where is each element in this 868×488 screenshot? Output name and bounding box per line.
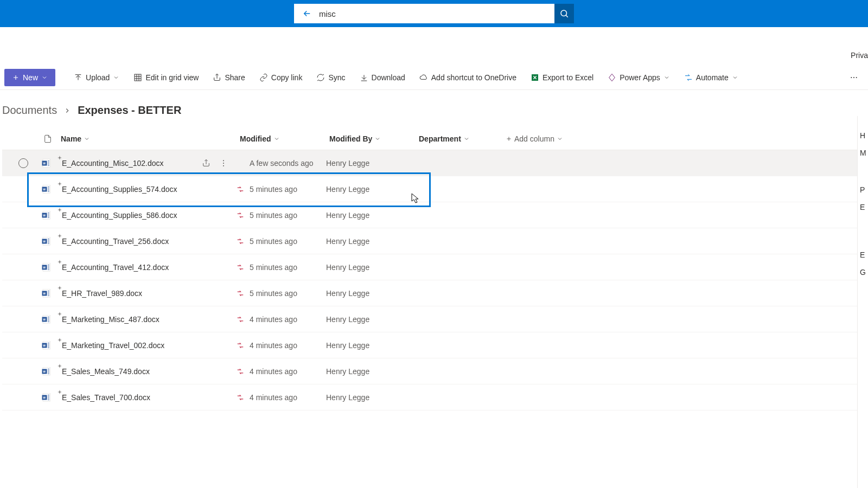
file-name[interactable]: E_HR_Travel_989.docx [62,289,142,298]
table-row[interactable]: E_Sales_Travel_700.docx 4 minutes ago He… [2,384,868,410]
breadcrumb: Documents Expenses - BETTER [0,90,868,127]
table-row[interactable]: E_Accounting_Supplies_586.docx 5 minutes… [2,202,868,228]
details-pane: H M P E E G [857,116,868,410]
table-row[interactable]: E_Accounting_Supplies_574.docx 5 minutes… [2,176,868,202]
edit-grid-button[interactable]: Edit in grid view [128,69,204,86]
row-more-icon[interactable] [219,159,228,168]
command-bar: New Upload Edit in grid view Share Copy … [0,65,868,90]
search-box[interactable] [294,4,554,23]
panel-letter: M [860,149,866,157]
modified-value: 5 minutes ago [250,237,297,246]
chevron-down-icon [273,136,280,142]
file-name[interactable]: E_Sales_Meals_749.docx [62,367,150,376]
file-name[interactable]: E_Accounting_Misc_102.docx [62,159,164,168]
file-name[interactable]: E_Accounting_Supplies_574.docx [62,185,177,194]
file-name[interactable]: E_Accounting_Travel_256.docx [62,237,169,246]
new-sparkle-icon [58,390,62,394]
flow-icon [237,316,244,323]
search-button[interactable] [554,4,574,23]
download-button[interactable]: Download [354,69,411,86]
chevron-down-icon [41,74,48,81]
more-commands-button[interactable] [844,69,864,86]
column-header-department[interactable]: Department [419,134,506,143]
new-button[interactable]: New [4,69,55,86]
sync-button[interactable]: Sync [311,69,350,86]
column-modified-label: Modified [240,134,271,143]
excel-icon [531,73,539,82]
export-excel-button[interactable]: Export to Excel [525,69,599,86]
modified-value: 4 minutes ago [250,393,297,402]
row-share-icon[interactable] [202,159,210,168]
new-sparkle-icon [58,286,62,290]
svg-point-9 [223,163,224,164]
breadcrumb-current: Expenses - BETTER [78,104,181,117]
modified-value: 5 minutes ago [250,185,297,194]
automate-label: Automate [696,73,729,82]
search-back-icon[interactable] [301,9,314,18]
column-modifiedby-label: Modified By [329,134,372,143]
modified-by-value: Henry Legge [326,263,416,272]
upload-button[interactable]: Upload [68,69,125,86]
modified-value: A few seconds ago [250,159,314,168]
panel-letter: E [860,203,866,211]
copy-link-button[interactable]: Copy link [254,69,308,86]
automate-button[interactable]: Automate [679,69,744,86]
chevron-down-icon [113,74,119,81]
modified-value: 5 minutes ago [250,263,297,272]
word-file-icon [35,314,58,324]
column-header-modified-by[interactable]: Modified By [329,134,419,143]
breadcrumb-parent[interactable]: Documents [2,104,57,117]
table-row[interactable]: E_Accounting_Travel_256.docx 5 minutes a… [2,228,868,254]
svg-point-5 [856,77,857,78]
file-icon [43,134,52,144]
document-list: Name Modified Modified By Department Add… [0,127,868,410]
download-label: Download [372,73,405,82]
file-name[interactable]: E_Marketing_Travel_002.docx [62,341,164,350]
file-name[interactable]: E_Accounting_Travel_412.docx [62,263,169,272]
chevron-right-icon [63,107,71,114]
export-label: Export to Excel [542,73,593,82]
add-column-label: Add column [514,134,554,143]
svg-point-4 [853,77,854,78]
power-apps-icon [608,73,616,82]
chevron-down-icon [374,136,381,142]
word-file-icon [35,236,58,246]
modified-value: 4 minutes ago [250,315,297,324]
flow-icon [237,342,244,349]
svg-point-0 [561,10,567,16]
sub-header: Priva [0,27,868,65]
table-row[interactable]: E_Marketing_Travel_002.docx 4 minutes ag… [2,332,868,358]
power-apps-button[interactable]: Power Apps [602,69,675,86]
column-department-label: Department [419,134,461,143]
row-selector[interactable] [12,158,35,168]
svg-point-3 [851,77,852,78]
new-sparkle-icon [58,182,62,186]
column-header-name[interactable]: Name [61,134,240,143]
word-file-icon [35,262,58,272]
share-button[interactable]: Share [207,69,250,86]
column-header-modified[interactable]: Modified [240,134,329,143]
new-sparkle-icon [58,260,62,264]
grid-icon [133,73,142,82]
table-row[interactable]: E_Sales_Meals_749.docx 4 minutes ago Hen… [2,358,868,384]
upload-label: Upload [86,73,110,82]
chevron-down-icon [663,74,670,81]
share-label: Share [225,73,245,82]
file-name[interactable]: E_Sales_Travel_700.docx [62,393,150,402]
file-name[interactable]: E_Marketing_Misc_487.docx [62,315,159,324]
upload-icon [74,73,82,82]
table-row[interactable]: E_Accounting_Travel_412.docx 5 minutes a… [2,254,868,280]
table-row[interactable]: E_Marketing_Misc_487.docx 4 minutes ago … [2,306,868,332]
table-row[interactable]: E_Accounting_Misc_102.docx A few seconds… [2,150,868,176]
file-name[interactable]: E_Accounting_Supplies_586.docx [62,211,177,220]
add-shortcut-button[interactable]: Add shortcut to OneDrive [414,69,522,86]
modified-value: 5 minutes ago [250,211,297,220]
modified-by-value: Henry Legge [326,159,416,168]
table-row[interactable]: E_HR_Travel_989.docx 5 minutes ago Henry… [2,280,868,306]
new-sparkle-icon [58,312,62,316]
sync-icon [316,73,325,82]
add-column-button[interactable]: Add column [506,134,603,143]
flow-icon [237,290,244,297]
search-input[interactable] [319,9,548,18]
sync-label: Sync [328,73,345,82]
